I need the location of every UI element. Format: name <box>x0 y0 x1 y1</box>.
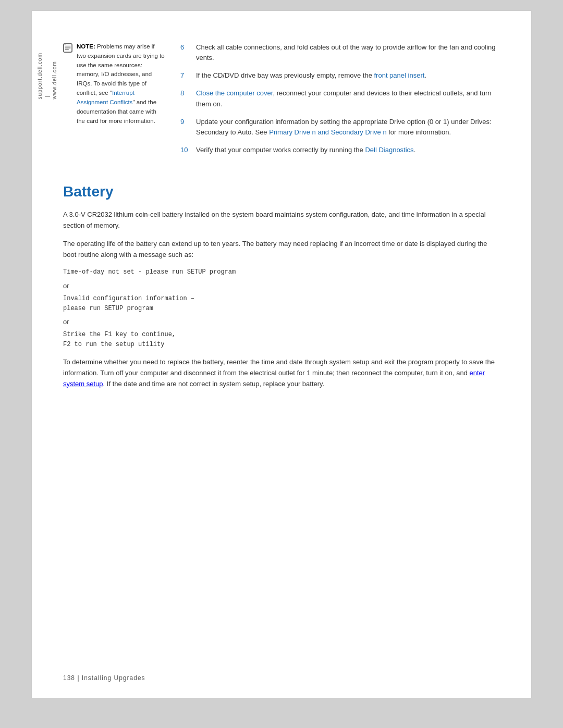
sidebar-line1: www.dell.com <box>51 53 58 99</box>
list-item-6: 6 Check all cable connections, and fold … <box>180 42 500 63</box>
sidebar-text: support.dell.com | www.dell.com <box>36 53 58 99</box>
dell-diagnostics-link[interactable]: Dell Diagnostics <box>365 146 413 154</box>
sidebar-line2: support.dell.com <box>36 53 44 99</box>
or-text-1: or <box>63 282 500 290</box>
code-block-3: Strike the F1 key to continue,F2 to run … <box>63 330 500 350</box>
battery-title: Battery <box>63 183 500 200</box>
list-number-10: 10 <box>180 145 190 155</box>
list-item-8: 8 Close the computer cover, reconnect yo… <box>180 88 500 109</box>
footer-separator: | <box>77 674 81 682</box>
note-label: NOTE: <box>77 43 95 50</box>
sidebar-separator: | <box>44 55 51 97</box>
close-cover-link[interactable]: Close the computer cover <box>196 89 273 97</box>
battery-para1: A 3.0-V CR2032 lithium coin-cell battery… <box>63 209 500 231</box>
list-number-9: 9 <box>180 117 190 138</box>
note-body: Problems may arise if two expansion card… <box>77 43 165 124</box>
list-number-7: 7 <box>180 70 190 81</box>
main-content: NOTE: Problems may arise if two expansio… <box>63 42 500 631</box>
footer-section: Installing Upgrades <box>82 674 145 682</box>
list-content-7: If the CD/DVD drive bay was previously e… <box>196 70 426 81</box>
numbered-list: 6 Check all cable connections, and fold … <box>180 42 500 155</box>
code-block-2: Invalid configuration information –pleas… <box>63 294 500 314</box>
enter-system-setup-link[interactable]: enter system setup <box>63 369 485 388</box>
primary-drive-link[interactable]: Primary Drive n and Secondary Drive n <box>269 128 386 136</box>
list-content-8: Close the computer cover, reconnect your… <box>196 88 500 109</box>
code-block-1: Time-of-day not set - please run SETUP p… <box>63 267 500 277</box>
list-content-6: Check all cable connections, and fold ca… <box>196 42 500 63</box>
list-number-8: 8 <box>180 88 190 109</box>
note-text: NOTE: Problems may arise if two expansio… <box>77 42 165 126</box>
battery-para3: To determine whether you need to replace… <box>63 357 500 389</box>
list-item-7: 7 If the CD/DVD drive bay was previously… <box>180 70 500 81</box>
interrupt-assignment-link[interactable]: Interrupt Assignment Conflicts <box>77 90 134 105</box>
list-content-10: Verify that your computer works correctl… <box>196 145 415 155</box>
note-box: NOTE: Problems may arise if two expansio… <box>63 42 165 126</box>
footer-text: 138 | Installing Upgrades <box>63 674 145 682</box>
list-number-6: 6 <box>180 42 190 63</box>
footer-page-number: 138 <box>63 674 75 682</box>
front-panel-insert-link[interactable]: front panel insert <box>374 71 425 79</box>
page-inner: support.dell.com | www.dell.com <box>32 11 531 662</box>
page-footer: 138 | Installing Upgrades <box>32 662 531 698</box>
list-content-9: Update your configuration information by… <box>196 117 500 138</box>
or-text-2: or <box>63 318 500 326</box>
note-column: NOTE: Problems may arise if two expansio… <box>63 42 165 163</box>
list-item-10: 10 Verify that your computer works corre… <box>180 145 500 155</box>
battery-para2: The operating life of the battery can ex… <box>63 239 500 261</box>
page-container: support.dell.com | www.dell.com <box>31 10 532 698</box>
list-item-9: 9 Update your configuration information … <box>180 117 500 138</box>
note-icon <box>63 43 72 55</box>
sidebar: support.dell.com | www.dell.com <box>32 42 63 631</box>
battery-section: Battery A 3.0-V CR2032 lithium coin-cell… <box>63 183 500 397</box>
top-section: NOTE: Problems may arise if two expansio… <box>63 42 500 163</box>
content-column: 6 Check all cable connections, and fold … <box>180 42 500 163</box>
